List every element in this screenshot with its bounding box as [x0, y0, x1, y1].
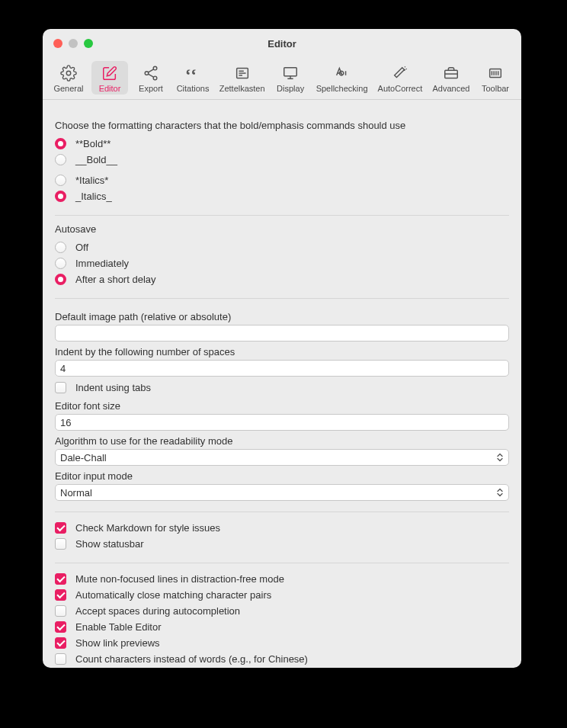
bold-asterisk-label: **Bold** — [75, 138, 111, 149]
tab-export[interactable]: Export — [133, 61, 169, 95]
autosave-immediate-label: Immediately — [75, 258, 129, 269]
italics-underscore-label: _Italics_ — [75, 191, 112, 202]
window-title: Editor — [43, 38, 521, 50]
italics-asterisk-label: *Italics* — [75, 175, 108, 186]
lint-markdown-checkbox[interactable] — [55, 522, 66, 534]
mute-lines-checkbox[interactable] — [55, 573, 66, 585]
editor-options-section: Mute non-focused lines in distraction-fr… — [55, 563, 509, 668]
indent-tabs-checkbox[interactable] — [55, 382, 66, 393]
svg-point-3 — [153, 76, 157, 80]
settings-content: Choose the formatting characters that th… — [43, 100, 521, 668]
count-chars-label: Count characters instead of words (e.g.,… — [75, 653, 308, 665]
italics-asterisk-radio[interactable] — [55, 175, 66, 186]
autosave-off-radio[interactable] — [55, 242, 66, 253]
italics-underscore-radio[interactable] — [55, 191, 66, 202]
bold-asterisk-radio[interactable] — [55, 138, 66, 149]
lint-markdown-label: Check Markdown for style issues — [75, 522, 220, 534]
readability-select[interactable]: Dale-Chall — [55, 449, 509, 466]
toolbox-icon — [442, 64, 460, 82]
tab-zettelkasten[interactable]: Zettelkasten — [216, 61, 267, 95]
tab-editor[interactable]: Editor — [91, 61, 128, 95]
tab-autocorrect[interactable]: AutoCorrect — [375, 61, 425, 95]
mute-lines-label: Mute non-focused lines in distraction-fr… — [75, 573, 284, 585]
autosave-heading: Autosave — [55, 223, 509, 235]
markdown-checks-section: Check Markdown for style issues Show sta… — [55, 512, 509, 563]
svg-line-4 — [149, 69, 154, 72]
note-icon — [233, 64, 251, 82]
table-editor-label: Enable Table Editor — [75, 621, 162, 633]
bold-underscore-label: __Bold__ — [75, 154, 117, 165]
show-statusbar-label: Show statusbar — [75, 538, 144, 550]
quote-icon — [184, 64, 202, 82]
autoclose-pairs-checkbox[interactable] — [55, 589, 66, 601]
autosave-immediate-radio[interactable] — [55, 258, 66, 269]
inputmode-label: Editor input mode — [55, 470, 509, 482]
svg-point-1 — [153, 66, 157, 70]
spaces-autocomplete-label: Accept spaces during autocompletion — [75, 605, 240, 617]
barcode-icon — [486, 64, 505, 82]
edit-icon — [101, 64, 119, 82]
tab-toolbar[interactable]: Toolbar — [477, 61, 514, 95]
preferences-window: Editor General Editor Export Citations — [43, 29, 521, 668]
formatting-section: Choose the formatting characters that th… — [55, 112, 509, 215]
bold-underscore-radio[interactable] — [55, 154, 66, 165]
indent-tabs-label: Indent using tabs — [75, 382, 151, 393]
tab-display[interactable]: Display — [272, 61, 309, 95]
count-chars-checkbox[interactable] — [55, 653, 66, 665]
autoclose-pairs-label: Automatically close matching character p… — [75, 589, 271, 601]
wand-icon — [391, 64, 409, 82]
autosave-delay-label: After a short delay — [75, 274, 156, 285]
monitor-icon — [281, 64, 300, 82]
preferences-toolbar: General Editor Export Citations Zettelka… — [43, 58, 521, 100]
tab-spellchecking[interactable]: Spellchecking — [313, 61, 370, 95]
tab-citations[interactable]: Citations — [174, 61, 212, 95]
link-previews-checkbox[interactable] — [55, 637, 66, 649]
svg-point-2 — [145, 72, 149, 75]
image-path-label: Default image path (relative or absolute… — [55, 311, 509, 322]
autosave-delay-radio[interactable] — [55, 274, 66, 285]
spaces-autocomplete-checkbox[interactable] — [55, 605, 66, 617]
inputmode-select[interactable]: Normal — [55, 484, 509, 501]
svg-rect-10 — [284, 68, 297, 76]
formatting-prompt: Choose the formatting characters that th… — [55, 120, 509, 131]
indent-spaces-label: Indent by the following number of spaces — [55, 346, 509, 358]
gear-icon — [59, 64, 78, 82]
tab-general[interactable]: General — [50, 61, 87, 95]
autosave-section: Autosave Off Immediately After a short d… — [55, 215, 509, 298]
titlebar: Editor — [43, 29, 521, 58]
spellcheck-icon — [333, 64, 351, 82]
fontsize-label: Editor font size — [55, 400, 509, 412]
link-previews-label: Show link previews — [75, 637, 160, 649]
readability-label: Algorithm to use for the readability mod… — [55, 435, 509, 447]
share-icon — [142, 64, 160, 82]
autosave-off-label: Off — [75, 242, 88, 253]
tab-advanced[interactable]: Advanced — [430, 61, 472, 95]
svg-point-0 — [66, 71, 71, 75]
indent-spaces-input[interactable] — [55, 360, 509, 377]
image-path-input[interactable] — [55, 325, 509, 342]
fields-section: Default image path (relative or absolute… — [55, 298, 509, 512]
fontsize-input[interactable] — [55, 414, 509, 431]
table-editor-checkbox[interactable] — [55, 621, 66, 633]
show-statusbar-checkbox[interactable] — [55, 538, 66, 550]
svg-line-5 — [149, 74, 154, 77]
